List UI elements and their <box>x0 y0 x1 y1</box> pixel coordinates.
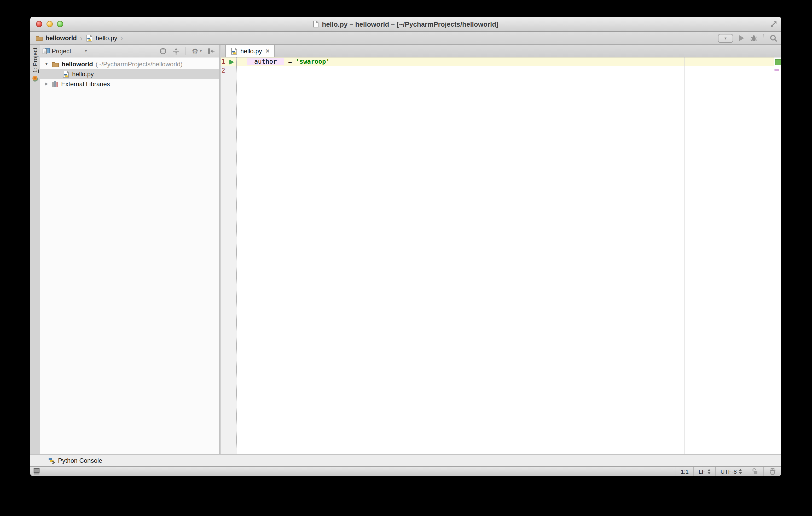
tree-label: External Libraries <box>61 80 110 88</box>
caret-position-widget[interactable]: 1:1 <box>675 467 693 476</box>
project-tool-window-icon <box>31 75 39 82</box>
close-tab-icon[interactable]: × <box>266 48 270 54</box>
python-file-icon <box>62 70 69 78</box>
breadcrumb-item-helloworld[interactable]: helloworld <box>35 34 77 42</box>
code-line-1: __author__ = 'swaroop' <box>237 57 774 66</box>
project-tree: ▼ helloworld (~/PycharmProjects/hellowor… <box>40 57 219 454</box>
project-panel-header: Project ▾ <box>40 45 219 57</box>
expand-arrow-icon[interactable]: ▼ <box>44 62 49 66</box>
python-console-icon <box>48 457 55 464</box>
left-tool-window-stripe: 1: Project <box>30 45 40 454</box>
updown-arrows-icon <box>739 469 742 474</box>
view-selector-caret-icon[interactable]: ▾ <box>85 49 87 53</box>
status-bar: 1:1 LF UTF-8 <box>30 466 781 476</box>
right-margin-guide <box>685 57 685 454</box>
python-file-icon <box>230 47 238 55</box>
project-tool-window-button[interactable]: 1: Project <box>30 48 40 82</box>
tree-label: hello.py <box>72 70 94 78</box>
window-title-text: hello.py – helloworld – [~/PycharmProjec… <box>322 20 498 28</box>
project-tool-window-label: 1: Project <box>32 48 38 73</box>
run-configuration-dropdown[interactable]: ▾ <box>718 34 733 42</box>
line-number: 2 <box>221 66 227 75</box>
line-number: 1 <box>221 57 227 66</box>
window-title: hello.py – helloworld – [~/PycharmProjec… <box>313 20 498 28</box>
status-widgets: 1:1 LF UTF-8 <box>675 467 781 476</box>
project-panel-toolbar: ⚙ ▾ <box>160 47 215 55</box>
line-separator-value: LF <box>699 468 705 475</box>
breadcrumb-item-hello-py[interactable]: hello.py <box>86 34 117 42</box>
libraries-icon <box>52 81 59 87</box>
hector-inspector-icon <box>768 468 777 475</box>
editor-tab-bar: hello.py × <box>221 45 781 57</box>
tree-row-hello-py[interactable]: hello.py <box>40 69 219 79</box>
line-number-gutter: 1 2 <box>221 57 227 454</box>
toolbar-separator <box>185 47 186 55</box>
token-author: __author__ <box>246 58 285 65</box>
readonly-lock-widget[interactable] <box>747 467 763 476</box>
zoom-window-button[interactable] <box>57 21 63 27</box>
breadcrumb: helloworld › hello.py › <box>35 34 123 42</box>
document-icon <box>313 20 319 28</box>
breadcrumb-separator: › <box>120 34 123 41</box>
tree-label: helloworld <box>62 60 93 68</box>
unlock-icon <box>752 468 759 475</box>
pycharm-window: hello.py – helloworld – [~/PycharmProjec… <box>30 17 781 476</box>
run-toolbar: ▾ <box>718 34 778 42</box>
code-line-2 <box>237 66 774 75</box>
tree-path: (~/PycharmProjects/helloworld) <box>96 60 183 68</box>
token-assign: = <box>285 58 296 65</box>
python-console-button[interactable]: Python Console <box>58 457 102 464</box>
tab-label: hello.py <box>240 47 262 55</box>
tree-row-external-libraries[interactable]: ▶ External Libraries <box>40 79 219 89</box>
inspection-status-indicator[interactable] <box>775 59 781 65</box>
toolbar-separator <box>763 34 764 42</box>
project-panel: Project ▾ <box>40 45 220 454</box>
hide-panel-icon[interactable] <box>207 47 215 55</box>
folder-icon <box>35 35 43 41</box>
tab-hello-py[interactable]: hello.py × <box>225 45 275 57</box>
screen: hello.py – helloworld – [~/PycharmProjec… <box>0 0 812 516</box>
tree-row-helloworld[interactable]: ▼ helloworld (~/PycharmProjects/hellowor… <box>40 59 219 69</box>
toggle-toolwindow-buttons[interactable] <box>33 468 40 475</box>
settings-caret-icon[interactable]: ▾ <box>200 49 202 53</box>
python-file-icon <box>86 34 93 42</box>
search-everywhere-icon[interactable] <box>770 34 778 42</box>
minimize-window-button[interactable] <box>47 21 53 27</box>
traffic-lights <box>36 21 63 27</box>
project-view-icon[interactable] <box>42 48 50 54</box>
navigation-bar: helloworld › hello.py › ▾ <box>30 32 781 45</box>
highlighting-level-widget[interactable] <box>763 467 781 476</box>
error-stripe <box>774 57 781 454</box>
editor-area: hello.py × 1 2 __author__ <box>221 45 781 454</box>
project-panel-title[interactable]: Project <box>52 47 71 55</box>
fullscreen-icon[interactable] <box>770 21 777 28</box>
title-bar: hello.py – helloworld – [~/PycharmProjec… <box>30 17 781 32</box>
bottom-tool-window-bar: Python Console <box>30 454 781 466</box>
run-mark-gutter <box>227 57 237 454</box>
collapse-all-icon[interactable] <box>172 47 180 55</box>
toolwindow-toggle-icon <box>33 468 40 475</box>
run-triangle-icon <box>229 59 234 64</box>
debug-icon[interactable] <box>750 34 758 42</box>
breadcrumb-separator: › <box>80 34 83 41</box>
code-area[interactable]: __author__ = 'swaroop' <box>237 57 774 454</box>
expand-arrow-icon[interactable]: ▶ <box>44 82 49 86</box>
caret-position-value: 1:1 <box>680 468 689 475</box>
folder-icon <box>52 61 59 67</box>
usage-highlight-marker[interactable] <box>774 69 779 71</box>
encoding-value: UTF-8 <box>721 468 737 475</box>
encoding-widget[interactable]: UTF-8 <box>715 467 747 476</box>
main-area: 1: Project <box>30 45 781 454</box>
breadcrumb-label: hello.py <box>96 34 117 42</box>
close-window-button[interactable] <box>36 21 42 27</box>
run-button[interactable] <box>739 35 744 41</box>
scroll-from-source-icon[interactable] <box>160 47 167 55</box>
line-separator-widget[interactable]: LF <box>693 467 715 476</box>
updown-arrows-icon <box>707 469 710 474</box>
settings-gear-icon[interactable]: ⚙ <box>192 47 198 55</box>
dropdown-caret-icon: ▾ <box>724 36 727 40</box>
run-line-button[interactable] <box>227 57 236 66</box>
breadcrumb-label: helloworld <box>46 34 77 42</box>
token-string: 'swaroop' <box>296 58 330 65</box>
code-editor[interactable]: 1 2 __author__ = 'swaroop' <box>221 57 781 454</box>
